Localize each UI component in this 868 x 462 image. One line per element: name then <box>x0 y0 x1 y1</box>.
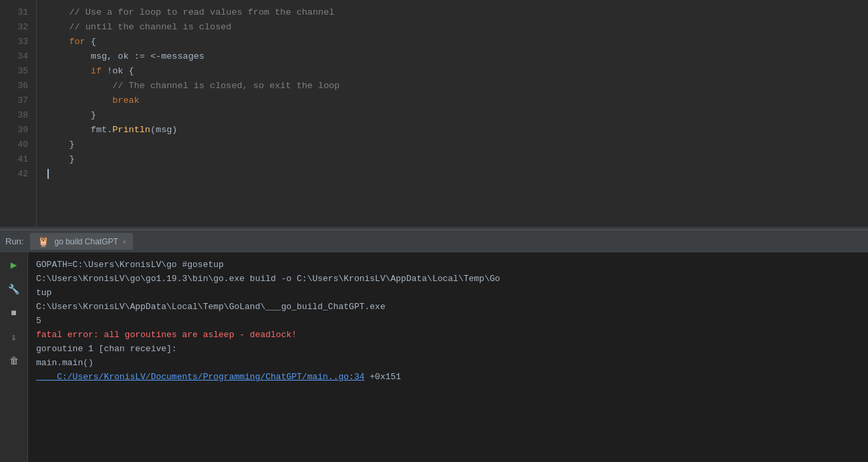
code-editor: 313233343536373839404142 // Use a for lo… <box>0 0 868 227</box>
code-token: fmt <box>47 125 107 135</box>
code-token: { <box>86 37 96 47</box>
output-line: main.main() <box>36 356 860 370</box>
run-stop-button[interactable]: ■ <box>7 306 21 320</box>
output-line: goroutine 1 [chan receive]: <box>36 342 860 356</box>
line-number: 42 <box>0 167 36 182</box>
code-token: } <box>47 140 75 150</box>
line-number: 36 <box>0 79 36 93</box>
line-number: 37 <box>0 93 36 108</box>
code-token: msg, ok <box>47 51 134 61</box>
line-number: 32 <box>0 20 36 35</box>
code-line: // Use a for loop to read values from th… <box>47 5 868 20</box>
code-content[interactable]: // Use a for loop to read values from th… <box>37 0 868 227</box>
code-token: Println <box>112 125 150 135</box>
output-line: C:/Users/KronisLV/Documents/Programming/… <box>36 370 860 384</box>
output-line: C:\Users\KronisLV\AppData\Local\Temp\GoL… <box>36 300 860 314</box>
run-play-button[interactable]: ▶ <box>7 258 21 272</box>
code-token: if <box>47 66 102 76</box>
line-number: 41 <box>0 152 36 167</box>
line-numbers: 313233343536373839404142 <box>0 0 37 227</box>
run-trash-icon[interactable]: 🗑 <box>7 354 21 369</box>
code-token: // The channel is closed, so exit the lo… <box>47 81 339 91</box>
code-line: } <box>47 138 868 152</box>
output-offset: +0x151 <box>364 372 401 382</box>
code-token: (msg) <box>150 125 178 135</box>
code-token: // Use a for loop to read values from th… <box>47 7 334 17</box>
line-number: 33 <box>0 35 36 49</box>
code-token: // until the channel is closed <box>47 22 231 32</box>
run-output: ▶ 🔧 ■ ⇩ 🗑 GOPATH=C:\Users\KronisLV\go #g… <box>0 252 868 462</box>
line-number: 35 <box>0 64 36 79</box>
run-text-output: GOPATH=C:\Users\KronisLV\go #gosetupC:\U… <box>28 252 868 462</box>
run-sidebar: ▶ 🔧 ■ ⇩ 🗑 <box>0 252 28 462</box>
code-line: for { <box>47 35 868 49</box>
text-cursor <box>47 169 49 179</box>
code-line: fmt.Println(msg) <box>47 123 868 138</box>
run-tab[interactable]: 🦉 go build ChatGPT × <box>30 233 133 250</box>
run-scroll-down-icon[interactable]: ⇩ <box>7 330 21 344</box>
line-number: 31 <box>0 5 36 20</box>
code-token: for <box>47 37 86 47</box>
code-token: break <box>47 95 140 105</box>
code-line: msg, ok := <-messages <box>47 49 868 64</box>
code-line <box>47 167 868 182</box>
run-tab-bar: Run: 🦉 go build ChatGPT × <box>0 230 868 252</box>
gopher-icon: 🦉 <box>37 235 50 248</box>
run-panel: Run: 🦉 go build ChatGPT × ▶ 🔧 ■ ⇩ 🗑 GOPA… <box>0 230 868 462</box>
line-number: 38 <box>0 108 36 123</box>
output-line: GOPATH=C:\Users\KronisLV\go #gosetup <box>36 258 860 272</box>
run-tab-close[interactable]: × <box>122 238 126 246</box>
code-token: := <box>134 51 145 61</box>
output-line: 5 <box>36 314 860 328</box>
code-line: if !ok { <box>47 64 868 79</box>
code-line: // until the channel is closed <box>47 20 868 35</box>
run-wrench-icon[interactable]: 🔧 <box>7 282 21 296</box>
output-line: tup <box>36 286 860 300</box>
line-number: 40 <box>0 138 36 152</box>
code-token: } <box>47 154 75 164</box>
output-line: C:\Users\KronisLV\go\go1.19.3\bin\go.exe… <box>36 272 860 286</box>
line-number: 39 <box>0 123 36 138</box>
line-number: 34 <box>0 49 36 64</box>
code-line: } <box>47 108 868 123</box>
code-token: } <box>47 110 96 120</box>
code-token: <-messages <box>145 51 204 61</box>
run-label: Run: <box>5 236 23 246</box>
code-line: // The channel is closed, so exit the lo… <box>47 79 868 93</box>
run-tab-name: go build ChatGPT <box>54 237 118 246</box>
code-line: } <box>47 152 868 167</box>
code-token: { <box>129 66 134 76</box>
code-token: !ok <box>102 66 129 76</box>
output-line: fatal error: all goroutines are asleep -… <box>36 328 860 342</box>
output-link[interactable]: C:/Users/KronisLV/Documents/Programming/… <box>36 372 364 382</box>
code-line: break <box>47 93 868 108</box>
